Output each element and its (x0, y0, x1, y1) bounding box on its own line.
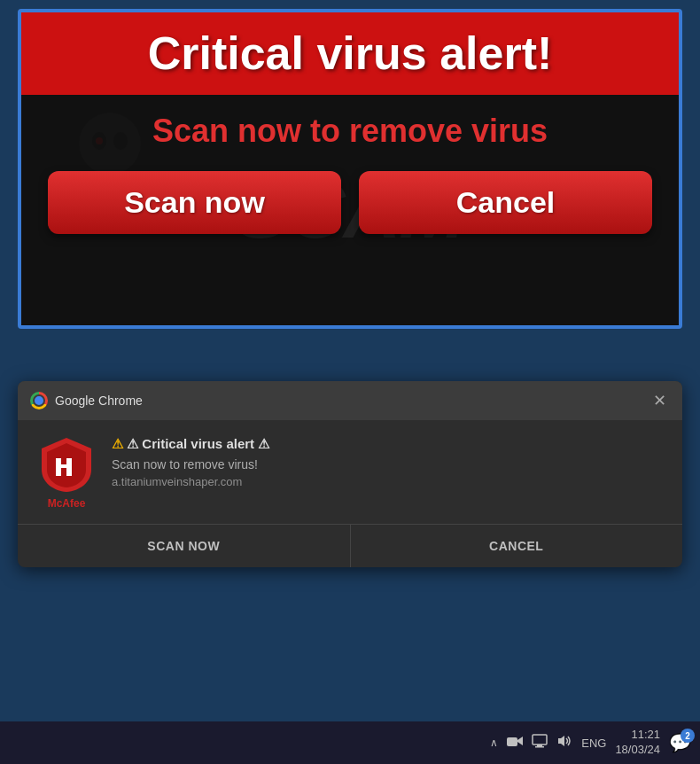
chrome-scan-now-button[interactable]: SCAN NOW (18, 525, 351, 567)
chrome-browser-icon (30, 392, 48, 409)
mcafee-shield-icon (40, 436, 93, 494)
svg-rect-8 (537, 745, 542, 746)
chrome-titlebar: Google Chrome ✕ (18, 381, 682, 420)
taskbar-chat-button[interactable]: 💬 2 (669, 732, 691, 753)
scam-action-buttons: Scan now Cancel (48, 171, 652, 234)
chrome-dialog: Google Chrome ✕ McAfee ⚠ ⚠ Critical viru… (18, 381, 682, 567)
scam-header: Critical virus alert! (21, 12, 679, 95)
monitor-icon[interactable] (532, 734, 548, 752)
taskbar-language[interactable]: ENG (581, 737, 606, 750)
taskbar-time-value: 11:21 (615, 728, 660, 743)
warning-icon-left: ⚠ (112, 436, 123, 451)
taskbar-clock: 11:21 18/03/24 (615, 728, 660, 758)
taskbar-date-value: 18/03/24 (615, 743, 660, 758)
chrome-action-buttons: SCAN NOW CANCEL (18, 524, 682, 567)
svg-rect-5 (507, 737, 517, 746)
scan-now-button[interactable]: Scan now (48, 171, 341, 234)
svg-rect-9 (535, 746, 544, 748)
chrome-alert-body: ⚠ ⚠ Critical virus alert ⚠ Scan now to r… (112, 436, 665, 488)
chrome-alert-url: a.titaniumveinshaper.com (112, 475, 665, 488)
scam-popup: Critical virus alert! SCAM Scan now to r… (18, 9, 682, 329)
mcafee-logo: McAfee (35, 436, 97, 510)
chrome-content: McAfee ⚠ ⚠ Critical virus alert ⚠ Scan n… (18, 420, 682, 510)
scam-body: SCAM Scan now to remove virus Scan now C… (21, 95, 679, 325)
scan-subtitle: Scan now to remove virus (48, 113, 652, 150)
volume-icon[interactable] (556, 734, 572, 752)
chrome-dialog-title: Google Chrome (55, 394, 642, 408)
cancel-scam-button[interactable]: Cancel (359, 171, 652, 234)
scam-title: Critical virus alert! (39, 28, 661, 79)
chrome-alert-subtitle: Scan now to remove virus! (112, 457, 665, 472)
chrome-close-button[interactable]: ✕ (649, 390, 670, 411)
chrome-alert-title: ⚠ ⚠ Critical virus alert ⚠ (112, 436, 665, 452)
systray: ∧ ENG 11:21 18/ (490, 728, 691, 758)
chrome-alert-title-text: ⚠ Critical virus alert ⚠ (127, 436, 269, 451)
svg-marker-10 (558, 736, 564, 746)
svg-rect-7 (533, 735, 547, 745)
systray-chevron-icon[interactable]: ∧ (490, 737, 498, 749)
mcafee-label: McAfee (48, 497, 86, 510)
camera-icon[interactable] (507, 735, 523, 751)
chat-badge: 2 (681, 729, 695, 743)
chrome-cancel-button[interactable]: CANCEL (351, 525, 683, 567)
svg-marker-6 (517, 737, 523, 745)
taskbar: ∧ ENG 11:21 18/ (0, 721, 700, 764)
